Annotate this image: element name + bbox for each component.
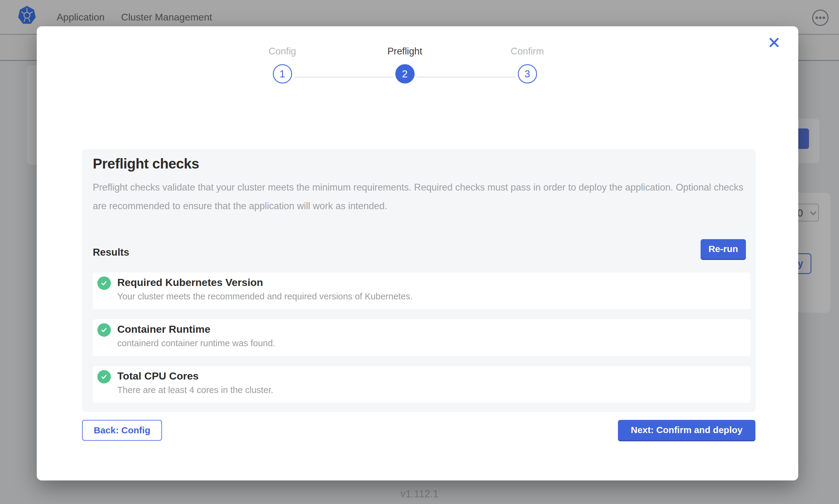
preflight-modal: Config 1 Preflight 2 Confirm 3 Preflight… [37,26,798,481]
step-label: Preflight [359,46,451,57]
step-label: Config [236,46,328,57]
check-title: Container Runtime [117,323,210,335]
check-description: There are at least 4 cores in the cluste… [117,385,273,395]
check-result-row: Required Kubernetes Version Your cluster… [93,272,751,309]
preflight-panel: Preflight checks Preflight checks valida… [82,149,756,412]
check-result-row: Total CPU Cores There are at least 4 cor… [93,366,751,403]
check-pass-icon [97,276,111,290]
check-pass-icon [97,370,111,383]
check-description: containerd container runtime was found. [117,338,275,348]
step-number-badge: 1 [273,64,292,84]
back-config-button[interactable]: Back: Config [82,420,162,441]
preflight-description: Preflight checks validate that your clus… [93,178,745,215]
results-heading: Results [93,247,129,258]
stepper-step-confirm[interactable]: Confirm 3 [481,46,573,84]
step-number-badge: 3 [518,64,537,84]
rerun-button[interactable]: Re-run [701,239,746,259]
check-result-row: Container Runtime containerd container r… [93,319,751,356]
stepper-step-config[interactable]: Config 1 [236,46,328,84]
page-title: Preflight checks [93,155,199,172]
step-label: Confirm [481,46,573,57]
check-title: Required Kubernetes Version [117,276,263,288]
check-title: Total CPU Cores [117,370,199,382]
step-number-badge: 2 [395,64,415,84]
next-confirm-deploy-button[interactable]: Next: Confirm and deploy [618,420,755,440]
check-description: Your cluster meets the recommended and r… [117,291,413,302]
close-icon[interactable] [767,35,781,50]
check-pass-icon [97,323,111,337]
stepper-step-preflight[interactable]: Preflight 2 [359,46,451,84]
